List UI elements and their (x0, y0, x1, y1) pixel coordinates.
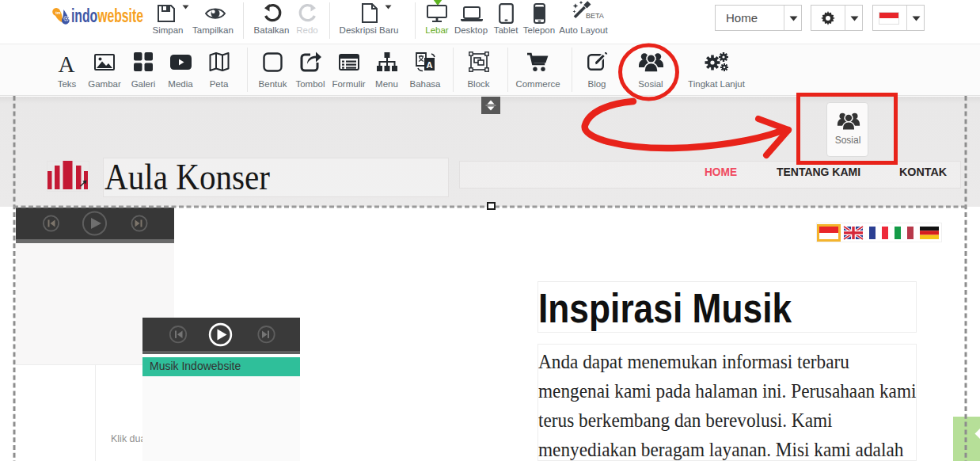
svg-text:tm: tm (55, 10, 61, 15)
svg-text:A: A (427, 60, 433, 70)
